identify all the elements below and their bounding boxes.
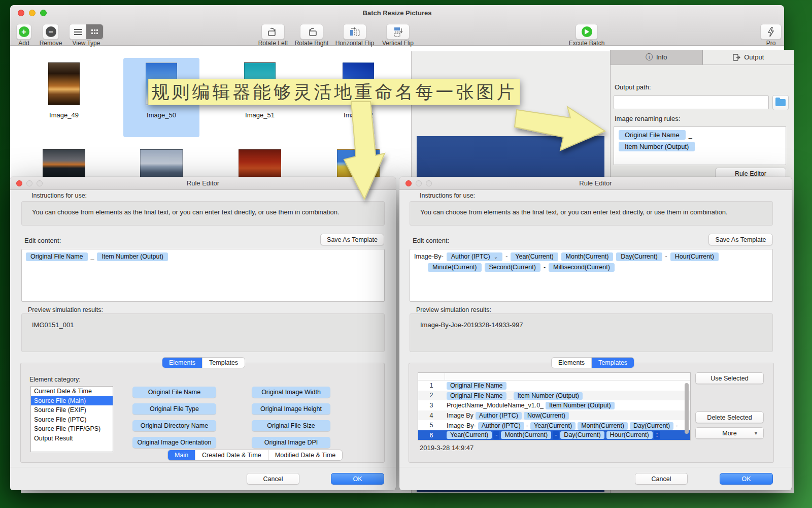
instructions-box: You can choose from elements as the fina…: [21, 201, 385, 226]
table-header: [418, 373, 690, 380]
rule-chip[interactable]: Original File Name: [447, 392, 506, 400]
rule-text: Image By: [447, 412, 473, 420]
rule-separator: :: [654, 431, 660, 439]
template-row-number: 3: [418, 402, 445, 409]
tab-created-date-time[interactable]: Created Date & Time: [195, 450, 268, 460]
rule-text: Image-By-: [447, 422, 476, 430]
category-item[interactable]: Current Date & Time: [31, 387, 113, 396]
rule-chip[interactable]: Year(Current): [511, 252, 558, 261]
rule-chip[interactable]: Millisecond(Current): [549, 263, 615, 272]
rule-chip[interactable]: Minute(Current): [428, 263, 482, 272]
rule-chip[interactable]: Original File Name: [26, 252, 88, 261]
ok-button[interactable]: OK: [720, 473, 773, 485]
cancel-button[interactable]: Cancel: [635, 473, 688, 485]
cancel-button[interactable]: Cancel: [247, 473, 299, 485]
tab-templates[interactable]: Templates: [202, 358, 245, 368]
tab-modified-date-time[interactable]: Modified Date & Time: [268, 450, 343, 460]
tab-elements[interactable]: Elements: [162, 358, 202, 368]
tab-main[interactable]: Main: [168, 450, 195, 460]
category-item[interactable]: Source File (IPTC): [31, 415, 113, 425]
rule-chip[interactable]: Author (IPTC): [476, 412, 522, 420]
template-row-content: Original File Name: [445, 380, 690, 390]
tab-elements[interactable]: Elements: [552, 358, 592, 368]
edit-content-label: Edit content:: [24, 237, 61, 244]
ok-button[interactable]: OK: [331, 473, 384, 485]
rule-chip[interactable]: Hour(Current): [670, 252, 719, 261]
thumbnail-image[interactable]: [239, 149, 281, 181]
template-row[interactable]: 4Image ByAuthor (IPTC)Now(Current): [418, 410, 690, 421]
rule-chip[interactable]: Author (IPTC)⌄: [447, 252, 503, 261]
rule-chip[interactable]: Item Number (Output): [97, 252, 168, 261]
rule-chip[interactable]: Month(Current): [561, 252, 614, 261]
template-row-content: Image ByAuthor (IPTC)Now(Current): [445, 410, 690, 420]
rule-chip[interactable]: Author (IPTC): [478, 422, 524, 430]
template-row-content: Original File Name_Item Number (Output): [445, 391, 690, 400]
template-row[interactable]: 5Image-By-Author (IPTC)-Year(Current)Mon…: [418, 420, 690, 430]
template-row[interactable]: 6Year(Current)-Month(Current)-Day(Curren…: [418, 430, 690, 440]
rule-chip[interactable]: Hour(Current): [606, 431, 653, 439]
thumbnail-image[interactable]: [140, 149, 183, 181]
element-button[interactable]: Original Image Width: [252, 387, 330, 398]
rule-text: -: [665, 253, 667, 261]
element-button[interactable]: Original Directory Name: [132, 420, 216, 431]
thumbnail-image[interactable]: [43, 149, 85, 181]
template-row[interactable]: 1Original File Name: [418, 380, 690, 391]
template-row-number: 5: [418, 422, 445, 429]
rule-chip[interactable]: Second(Current): [485, 263, 540, 272]
rule-separator: -: [493, 431, 499, 439]
rule-chip[interactable]: Day(Current): [630, 422, 673, 430]
template-row-content: Image-By-Author (IPTC)-Year(Current)Mont…: [445, 421, 690, 430]
element-button[interactable]: Original Image DPI: [252, 437, 330, 448]
edit-content-box[interactable]: Original File Name_Item Number (Output): [21, 249, 385, 302]
rule-chip[interactable]: Item Number (Output): [514, 392, 583, 400]
rule-chip[interactable]: Year(Current): [447, 431, 492, 439]
minimize-button[interactable]: [26, 180, 32, 186]
category-item[interactable]: Source File (EXIF): [31, 405, 113, 415]
edit-content-label: Edit content:: [413, 237, 449, 244]
scrollbar[interactable]: [685, 383, 689, 434]
category-item[interactable]: Source File (Main): [31, 396, 113, 406]
element-button[interactable]: Original File Type: [132, 403, 216, 415]
element-button[interactable]: Original Image Height: [252, 403, 330, 415]
save-as-template-button[interactable]: Save As Template: [708, 234, 773, 245]
more-button[interactable]: More ▼: [695, 427, 764, 439]
thumbnail-image[interactable]: [337, 149, 380, 181]
elements-templates-tabs: ElementsTemplates: [162, 357, 245, 368]
category-item[interactable]: Source File (TIFF/GPS): [31, 424, 113, 434]
rule-chip[interactable]: Day(Current): [616, 252, 662, 261]
element-buttons-right: Original Image WidthOriginal Image Heigh…: [252, 387, 330, 448]
element-category-list[interactable]: Current Date & TimeSource File (Main)Sou…: [30, 386, 113, 452]
tab-templates[interactable]: Templates: [592, 358, 634, 368]
zoom-button[interactable]: [426, 180, 432, 186]
rule-chip[interactable]: Now(Current): [524, 412, 569, 420]
element-button[interactable]: Original File Name: [132, 387, 216, 398]
minimize-button[interactable]: [416, 180, 422, 186]
chevron-down-icon: ▼: [754, 431, 758, 436]
rule-chip[interactable]: Day(Current): [560, 431, 604, 439]
close-button[interactable]: [405, 180, 412, 186]
rule-chip[interactable]: Item Number (Output): [546, 402, 615, 409]
rule-chip[interactable]: Original File Name: [447, 382, 506, 390]
delete-selected-button[interactable]: Delete Selected: [695, 411, 764, 423]
template-result-text: 2019-3-28 14:9:47: [420, 444, 473, 452]
save-as-template-button[interactable]: Save As Template: [320, 234, 384, 245]
instructions-label: Instructions for use:: [31, 192, 87, 199]
template-row-number: 1: [418, 382, 445, 389]
zoom-button[interactable]: [37, 180, 43, 186]
element-button[interactable]: Original Image Orientation: [132, 437, 216, 448]
template-row[interactable]: 3ProjectName_ModuleName_v1.0_Item Number…: [418, 400, 690, 410]
rule-editor-dialog-right: Rule Editor Instructions for use: You ca…: [399, 177, 792, 490]
rule-chip[interactable]: Year(Current): [530, 422, 576, 430]
template-row-number: 2: [418, 392, 445, 399]
rule-text: _: [91, 253, 94, 261]
edit-content-box[interactable]: Image-By-Author (IPTC)⌄-Year(Current)Mon…: [410, 249, 773, 302]
rule-separator: -: [553, 431, 559, 439]
rule-chip[interactable]: Month(Current): [501, 431, 551, 439]
template-row[interactable]: 2Original File Name_Item Number (Output): [418, 391, 690, 401]
rule-chip[interactable]: Month(Current): [578, 422, 628, 430]
chevron-down-icon: ⌄: [494, 254, 498, 260]
category-item[interactable]: Output Result: [31, 434, 113, 443]
close-button[interactable]: [16, 180, 22, 186]
use-selected-button[interactable]: Use Selected: [695, 372, 764, 384]
element-button[interactable]: Original File Size: [252, 420, 330, 431]
